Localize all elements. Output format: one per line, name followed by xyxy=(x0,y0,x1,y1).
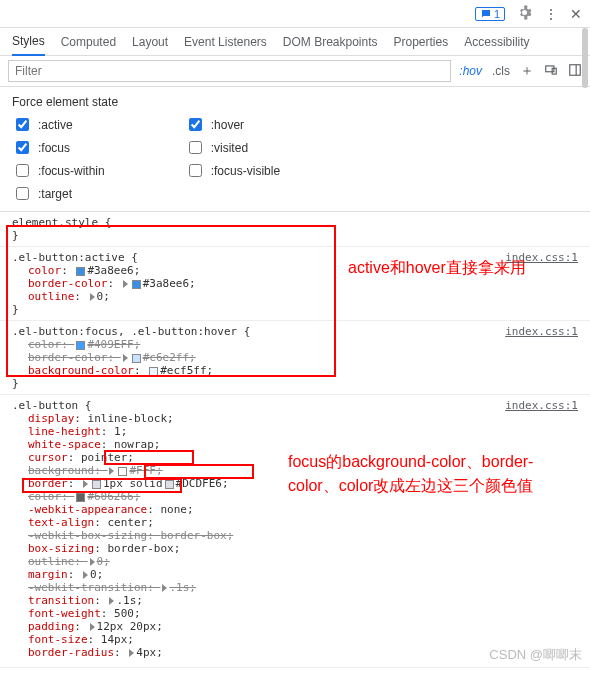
state-checkbox[interactable] xyxy=(16,141,29,154)
prop-name: outline xyxy=(28,290,74,303)
brace-close: } xyxy=(12,303,578,316)
color-swatch[interactable] xyxy=(165,480,174,489)
expand-icon[interactable] xyxy=(129,649,134,657)
expand-icon[interactable] xyxy=(83,571,88,579)
css-property[interactable]: font-size: 14px; xyxy=(28,633,578,646)
state-label: :focus-visible xyxy=(211,164,280,178)
tab-event-listeners[interactable]: Event Listeners xyxy=(184,29,267,55)
color-swatch[interactable] xyxy=(76,341,85,350)
css-property[interactable]: -webkit-box-sizing: border-box; xyxy=(28,529,578,542)
source-link[interactable]: index.css:1 xyxy=(505,399,578,412)
selector: element.style { xyxy=(12,216,578,229)
state-checkbox[interactable] xyxy=(189,164,202,177)
expand-icon[interactable] xyxy=(123,354,128,362)
state-focus-within[interactable]: :focus-within xyxy=(12,161,105,180)
filter-input[interactable] xyxy=(8,60,451,82)
prop-name: color xyxy=(28,264,61,277)
color-swatch[interactable] xyxy=(132,354,141,363)
prop-value: 1px solid xyxy=(103,477,163,490)
top-toolbar: 1 ⋮ ✕ xyxy=(0,0,590,28)
prop-value: #c6e2ff xyxy=(143,351,189,364)
state-visited[interactable]: :visited xyxy=(185,138,280,157)
state-active[interactable]: :active xyxy=(12,115,105,134)
messages-badge[interactable]: 1 xyxy=(475,7,505,21)
expand-icon[interactable] xyxy=(90,623,95,631)
close-icon[interactable]: ✕ xyxy=(570,6,582,22)
prop-name: color xyxy=(28,490,61,503)
prop-value: #FFF xyxy=(129,464,156,477)
filter-row: :hov .cls ＋ xyxy=(0,56,590,87)
styles-code-panel: element.style { } .el-button:active { in… xyxy=(0,212,590,668)
state-focus[interactable]: :focus xyxy=(12,138,105,157)
expand-icon[interactable] xyxy=(90,293,95,301)
css-property[interactable]: box-sizing: border-box; xyxy=(28,542,578,555)
tab-styles[interactable]: Styles xyxy=(12,28,45,56)
new-rule-icon[interactable]: ＋ xyxy=(520,62,534,80)
tab-accessibility[interactable]: Accessibility xyxy=(464,29,529,55)
expand-icon[interactable] xyxy=(123,280,128,288)
prop-value: #3a8ee6 xyxy=(143,277,189,290)
css-property[interactable]: background-color: #ecf5ff; xyxy=(28,364,578,377)
brace-close: } xyxy=(12,377,578,390)
expand-icon[interactable] xyxy=(90,558,95,566)
color-swatch[interactable] xyxy=(92,480,101,489)
expand-icon[interactable] xyxy=(83,480,88,488)
css-property[interactable]: border-color: #c6e2ff; xyxy=(28,351,578,364)
css-property[interactable]: -webkit-transition: .1s; xyxy=(28,581,578,594)
prop-name: cursor xyxy=(28,451,68,464)
css-property[interactable]: line-height: 1; xyxy=(28,425,578,438)
prop-value: border-box xyxy=(160,529,226,542)
tab-computed[interactable]: Computed xyxy=(61,29,116,55)
css-property[interactable]: transition: .1s; xyxy=(28,594,578,607)
rule-element-style[interactable]: element.style { } xyxy=(0,212,590,247)
rule-focus-hover[interactable]: .el-button:focus, .el-button:hover { ind… xyxy=(0,321,590,395)
color-swatch[interactable] xyxy=(118,467,127,476)
state-checkbox[interactable] xyxy=(16,118,29,131)
expand-icon[interactable] xyxy=(109,467,114,475)
tab-dom-breakpoints[interactable]: DOM Breakpoints xyxy=(283,29,378,55)
color-swatch[interactable] xyxy=(76,267,85,276)
css-property[interactable]: display: inline-block; xyxy=(28,412,578,425)
css-property[interactable]: padding: 12px 20px; xyxy=(28,620,578,633)
selector: .el-button:focus, .el-button:hover { xyxy=(12,325,578,338)
prop-value: center xyxy=(107,516,147,529)
prop-name: margin xyxy=(28,568,68,581)
gear-icon[interactable] xyxy=(517,5,532,23)
expand-icon[interactable] xyxy=(162,584,167,592)
rule-el-button[interactable]: .el-button { index.css:1 display: inline… xyxy=(0,395,590,668)
cls-toggle[interactable]: .cls xyxy=(492,64,510,78)
device-icon[interactable] xyxy=(544,63,558,80)
state-checkbox[interactable] xyxy=(189,141,202,154)
expand-icon[interactable] xyxy=(109,597,114,605)
prop-value: 14px xyxy=(101,633,128,646)
state-checkbox[interactable] xyxy=(16,164,29,177)
prop-value: none xyxy=(160,503,187,516)
css-property[interactable]: margin: 0; xyxy=(28,568,578,581)
css-property[interactable]: outline: 0; xyxy=(28,555,578,568)
more-icon[interactable]: ⋮ xyxy=(544,6,558,22)
source-link[interactable]: index.css:1 xyxy=(505,325,578,338)
state-checkbox[interactable] xyxy=(189,118,202,131)
css-property[interactable]: -webkit-appearance: none; xyxy=(28,503,578,516)
hov-toggle[interactable]: :hov xyxy=(459,64,482,78)
css-property[interactable]: text-align: center; xyxy=(28,516,578,529)
css-property[interactable]: color: #409EFF; xyxy=(28,338,578,351)
css-property[interactable]: font-weight: 500; xyxy=(28,607,578,620)
panel-icon[interactable] xyxy=(568,63,582,80)
state-focus-visible[interactable]: :focus-visible xyxy=(185,161,280,180)
state-checkbox[interactable] xyxy=(16,187,29,200)
prop-name: -webkit-transition xyxy=(28,581,147,594)
color-swatch[interactable] xyxy=(132,280,141,289)
color-swatch[interactable] xyxy=(76,493,85,502)
prop-value: #ecf5ff xyxy=(160,364,206,377)
state-hover[interactable]: :hover xyxy=(185,115,280,134)
tab-layout[interactable]: Layout xyxy=(132,29,168,55)
color-swatch[interactable] xyxy=(149,367,158,376)
prop-value: #606266 xyxy=(87,490,133,503)
prop-value: .1s xyxy=(169,581,189,594)
prop-name: border-radius xyxy=(28,646,114,659)
tab-properties[interactable]: Properties xyxy=(394,29,449,55)
scrollbar[interactable] xyxy=(582,28,588,88)
css-property[interactable]: outline: 0; xyxy=(28,290,578,303)
state-target[interactable]: :target xyxy=(12,184,105,203)
